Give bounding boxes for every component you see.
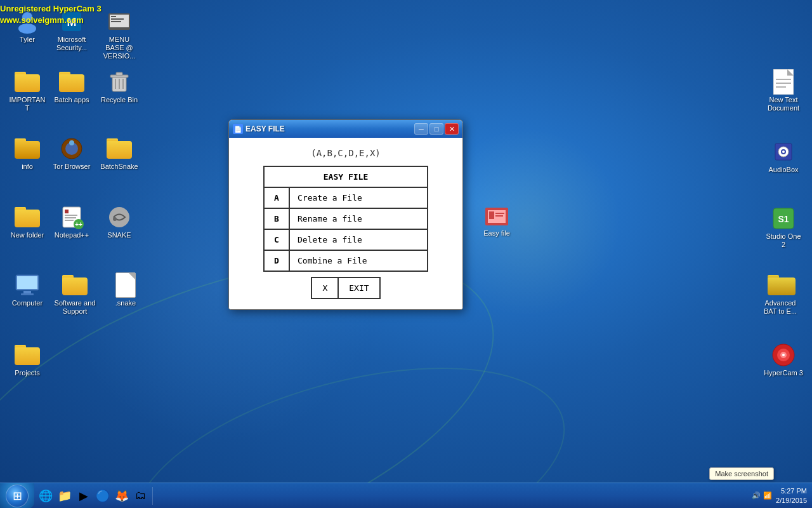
icon-audiobox[interactable]: AudioBox — [761, 137, 806, 177]
icon-easy-file[interactable]: Easy file — [475, 200, 519, 240]
svg-text:++: ++ — [75, 221, 82, 228]
icon-projects[interactable]: Projects — [5, 340, 49, 380]
start-orb: ⊞ — [6, 485, 29, 507]
menu-header: EASY FILE — [264, 166, 428, 187]
maximize-button[interactable]: □ — [429, 123, 443, 135]
minimize-button[interactable]: ─ — [414, 123, 428, 135]
icon-info[interactable]: info — [5, 133, 49, 173]
easy-file-window: 📄 EASY FILE ─ □ ✕ (A,B,C,D,E,X) EASY FIL… — [228, 119, 463, 310]
key-c: C — [264, 229, 289, 250]
key-b: B — [264, 208, 289, 229]
taskbar-right: 🔊 📶 5:27 PM 2/19/2015 — [747, 486, 812, 505]
watermark: Unregistered HyperCam 3 www.solveigmm.co… — [0, 3, 102, 26]
svg-rect-20 — [65, 215, 77, 216]
icon-tor-browser[interactable]: Tor Browser — [49, 133, 94, 173]
clock-date: 2/19/2015 — [776, 496, 807, 505]
media-player-icon[interactable]: ▶ — [75, 487, 93, 505]
icon-batch-snake[interactable]: BatchSnake — [97, 133, 141, 173]
svg-rect-8 — [111, 21, 121, 22]
icon-new-text-doc[interactable]: New Text Document — [761, 67, 806, 115]
notification-area: 🔊 📶 — [752, 491, 772, 500]
window-title: EASY FILE — [246, 124, 412, 133]
svg-rect-29 — [23, 291, 31, 293]
label-b: Rename a file — [289, 208, 428, 229]
explorer-icon[interactable]: 📁 — [56, 487, 74, 505]
chrome-icon[interactable]: 🔵 — [94, 487, 112, 505]
icon-new-folder[interactable]: New folder — [5, 202, 49, 242]
svg-point-26 — [113, 217, 117, 221]
svg-point-17 — [69, 140, 74, 145]
svg-rect-45 — [495, 213, 504, 214]
icon-recycle-bin[interactable]: Recycle Bin — [97, 67, 141, 107]
icon-software-support[interactable]: Software and Support — [49, 270, 100, 318]
svg-text:S1: S1 — [778, 214, 789, 224]
svg-rect-6 — [111, 16, 116, 17]
svg-point-25 — [109, 207, 129, 227]
window-content: (A,B,C,D,E,X) EASY FILE A Create a File … — [229, 138, 462, 309]
label-d: Combine a File — [289, 250, 428, 271]
icon-important[interactable]: IMPORTANT — [5, 67, 49, 115]
menu-row-a[interactable]: A Create a File — [264, 187, 428, 208]
window-titlebar[interactable]: 📄 EASY FILE ─ □ ✕ — [229, 120, 462, 138]
exit-label[interactable]: EXIT — [338, 277, 379, 298]
icon-snake-file[interactable]: .snake — [103, 270, 148, 310]
key-d: D — [264, 250, 289, 271]
window-controls: ─ □ ✕ — [414, 123, 459, 135]
clock-time: 5:27 PM — [776, 486, 807, 495]
svg-rect-44 — [489, 211, 494, 219]
menu-row-b[interactable]: B Rename a file — [264, 208, 428, 229]
window-icon: 📄 — [233, 124, 243, 134]
menu-table: EASY FILE A Create a File B Rename a fil… — [263, 166, 428, 272]
svg-rect-28 — [17, 276, 37, 289]
start-button[interactable]: ⊞ — [0, 483, 34, 509]
icon-snake[interactable]: SNAKE — [97, 202, 141, 242]
ie-icon[interactable]: 🌐 — [37, 487, 55, 505]
dialog-subtitle: (A,B,C,D,E,X) — [311, 148, 381, 158]
screenshot-tooltip: Make screenshot — [709, 467, 774, 480]
svg-point-39 — [782, 150, 785, 153]
svg-point-50 — [782, 354, 785, 356]
svg-rect-11 — [116, 72, 122, 76]
clock: 5:27 PM 2/19/2015 — [776, 486, 807, 505]
svg-rect-46 — [495, 215, 503, 217]
svg-rect-19 — [65, 210, 69, 213]
icon-hypercam3[interactable]: HyperCam 3 — [761, 340, 806, 380]
icon-batch-apps[interactable]: Batch apps — [49, 67, 94, 107]
exit-key[interactable]: X — [311, 277, 338, 298]
icon-menu-base[interactable]: MENU BASE @ VERSIO... — [97, 6, 141, 64]
network-icon[interactable]: 📶 — [763, 491, 772, 500]
icon-advanced-bat[interactable]: Advanced BAT to E... — [755, 270, 806, 318]
speaker-icon[interactable]: 🔊 — [752, 491, 761, 500]
label-a: Create a File — [289, 187, 428, 208]
label-c: Delete a file — [289, 229, 428, 250]
quick-launch: 🌐 📁 ▶ 🔵 🦊 🗂 — [34, 487, 153, 505]
desktop: Unregistered HyperCam 3 www.solveigmm.co… — [0, 0, 812, 508]
taskbar: ⊞ 🌐 📁 ▶ 🔵 🦊 🗂 🔊 📶 5:27 PM 2/19/2015 — [0, 483, 812, 508]
svg-rect-7 — [111, 18, 124, 20]
icon-notepad-pp[interactable]: ++ Notepad++ — [49, 202, 94, 242]
menu-row-d[interactable]: D Combine a File — [264, 250, 428, 271]
icon-computer[interactable]: Computer — [5, 270, 49, 310]
close-button[interactable]: ✕ — [445, 123, 459, 135]
menu-row-c[interactable]: C Delete a file — [264, 229, 428, 250]
svg-rect-30 — [21, 293, 34, 295]
exit-table: X EXIT — [311, 277, 380, 299]
icon-studio-one-2[interactable]: S1 Studio One 2 — [761, 203, 806, 251]
svg-rect-22 — [65, 220, 74, 221]
key-a: A — [264, 187, 289, 208]
firefox-icon[interactable]: 🦊 — [113, 487, 131, 505]
svg-rect-21 — [65, 217, 76, 218]
file-manager-icon[interactable]: 🗂 — [132, 487, 150, 505]
